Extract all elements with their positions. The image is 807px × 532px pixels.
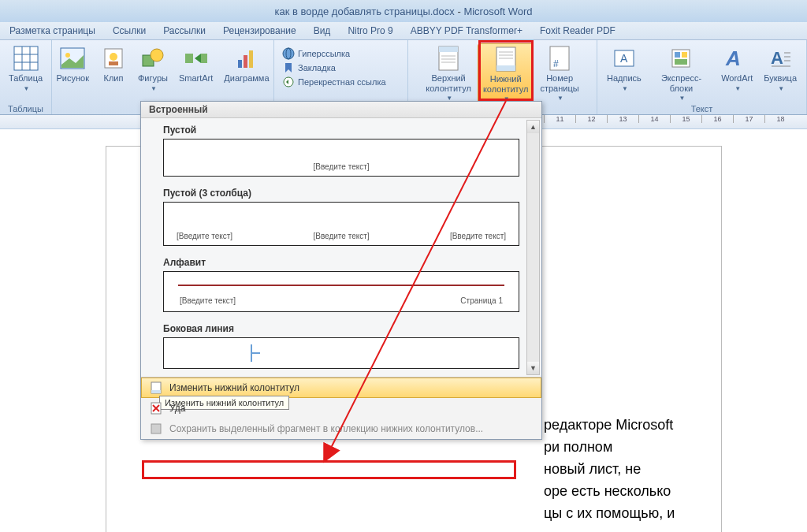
group-text-label: Текст — [597, 104, 806, 113]
gallery-item-3col[interactable]: [Введите текст][Введите текст][Введите т… — [163, 202, 519, 246]
gallery-section-alphabet: Алфавит — [163, 251, 519, 271]
wordart-icon: A — [723, 45, 750, 72]
pagenum-button[interactable]: #Номер страницы▼ — [535, 43, 583, 105]
tab-mailings[interactable]: Рассылки — [163, 25, 206, 36]
bookmark-icon — [282, 61, 295, 74]
footer-gallery: Встроенный Пустой [Введите текст] Пустой… — [140, 101, 542, 440]
shapes-icon — [139, 45, 166, 72]
svg-marker-20 — [285, 63, 292, 73]
tab-nitro[interactable]: Nitro Pro 9 — [348, 25, 392, 36]
svg-rect-0 — [14, 47, 38, 70]
crossref-icon — [282, 76, 295, 88]
gallery-scrollbar[interactable]: ▲ ▼ — [526, 120, 540, 375]
svg-rect-12 — [185, 54, 193, 63]
scroll-down-icon[interactable]: ▼ — [527, 362, 539, 374]
ribbon-tabs: Разметка страницы Ссылки Рассылки Реценз… — [0, 22, 807, 40]
tab-view[interactable]: Вид — [314, 25, 331, 36]
shapes-button[interactable]: Фигуры▼ — [133, 43, 173, 94]
dropcap-icon: A — [767, 45, 794, 72]
svg-text:#: # — [553, 58, 559, 69]
bookmark-button[interactable]: Закладка — [279, 61, 339, 75]
gallery-section-empty: Пустой — [163, 118, 519, 139]
save-icon — [149, 422, 163, 436]
footer-icon — [493, 46, 519, 73]
table-button[interactable]: Таблица▼ — [4, 43, 47, 94]
footer-button[interactable]: Нижний колонтитул▼ — [478, 43, 534, 105]
wordart-button[interactable]: AWordArt▼ — [716, 43, 757, 103]
edit-footer-item[interactable]: Изменить нижний колонтитул Изменить нижн… — [141, 378, 541, 398]
svg-text:A: A — [620, 52, 628, 65]
svg-rect-38 — [682, 52, 687, 58]
scroll-up-icon[interactable]: ▲ — [527, 121, 539, 133]
svg-rect-23 — [439, 47, 458, 52]
document-text: редакторе Microsoft ри полном новый лист… — [544, 415, 780, 532]
svg-rect-9 — [109, 61, 118, 65]
header-button[interactable]: Верхний колонтитул▼ — [421, 43, 476, 105]
page-icon — [149, 381, 163, 395]
svg-text:A: A — [771, 48, 783, 68]
tab-references[interactable]: Ссылки — [113, 25, 146, 36]
gallery-item-empty[interactable]: [Введите текст] — [163, 139, 519, 177]
tab-review[interactable]: Рецензирование — [223, 25, 296, 36]
svg-rect-37 — [675, 52, 680, 58]
svg-point-6 — [65, 53, 70, 58]
svg-rect-39 — [675, 59, 687, 65]
smartart-button[interactable]: SmartArt — [174, 43, 218, 94]
svg-rect-17 — [249, 50, 253, 68]
tab-abbyy[interactable]: ABBYY PDF Transformer+ — [411, 25, 523, 36]
delete-footer-item[interactable]: Уда — [141, 398, 541, 419]
smartart-icon — [183, 45, 210, 72]
gallery-section-3col: Пустой (3 столбца) — [163, 181, 519, 202]
svg-rect-16 — [244, 55, 247, 68]
tab-foxit[interactable]: Foxit Reader PDF — [540, 25, 615, 36]
pagenum-icon: # — [546, 45, 573, 72]
dropcap-button[interactable]: AБуквица▼ — [759, 43, 801, 103]
group-tables-label: Таблицы — [0, 104, 51, 113]
gallery-item-sideline[interactable] — [163, 337, 519, 369]
svg-point-8 — [110, 53, 117, 61]
save-footer-item[interactable]: Сохранить выделенный фрагмент в коллекци… — [141, 419, 541, 439]
svg-rect-51 — [151, 424, 161, 433]
svg-point-11 — [151, 49, 163, 61]
textbox-button[interactable]: AНадпись▼ — [602, 43, 646, 103]
crossref-button[interactable]: Перекрестная ссылка — [279, 75, 389, 89]
gallery-section-sideline: Боковая линия — [163, 317, 519, 337]
clip-button[interactable]: Клип — [95, 43, 132, 94]
tab-page-layout[interactable]: Разметка страницы — [9, 25, 95, 36]
quickparts-icon — [668, 45, 694, 72]
gallery-item-alphabet[interactable]: [Введите текст] Страница 1 — [163, 271, 519, 312]
titlebar: как в ворде добавлять страницы.docx - Mi… — [0, 0, 807, 22]
clip-icon — [100, 45, 127, 72]
quickparts-button[interactable]: Экспресс-блоки▼ — [648, 43, 715, 103]
svg-marker-13 — [195, 54, 201, 63]
delete-icon — [149, 401, 163, 415]
header-icon — [435, 45, 462, 72]
svg-point-18 — [283, 48, 294, 59]
chart-icon — [233, 45, 260, 72]
gallery-heading: Встроенный — [141, 102, 541, 118]
chart-button[interactable]: Диаграмма — [219, 43, 273, 94]
picture-button[interactable]: Рисунок — [51, 43, 94, 94]
hyperlink-button[interactable]: Гиперссылка — [279, 47, 353, 61]
picture-icon — [59, 45, 86, 72]
svg-text:A: A — [725, 47, 741, 70]
svg-rect-28 — [496, 65, 515, 71]
svg-rect-47 — [151, 390, 161, 393]
globe-icon — [282, 47, 295, 60]
table-icon — [13, 45, 39, 72]
svg-rect-14 — [201, 54, 207, 63]
svg-rect-15 — [238, 60, 242, 68]
textbox-icon: A — [611, 45, 638, 72]
